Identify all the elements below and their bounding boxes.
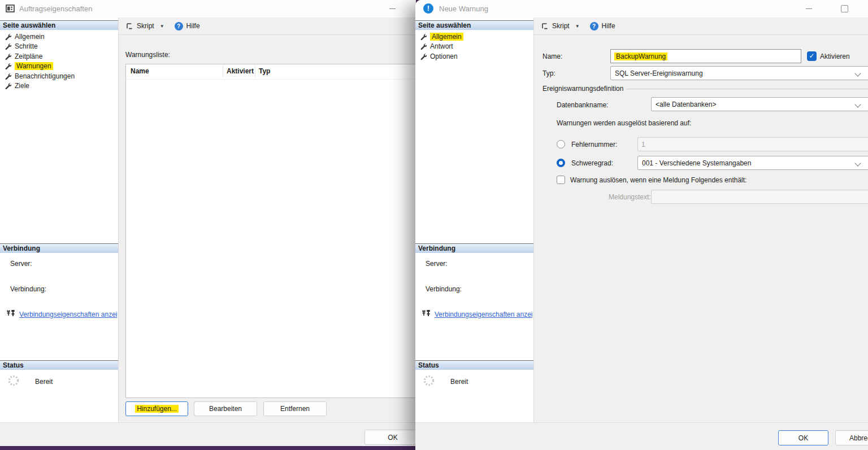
alert-list: Name Aktiviert Typ xyxy=(125,64,421,398)
view-connection-properties-link[interactable]: Verbindungseigenschaften anzeigen xyxy=(435,311,533,318)
status-header: Status xyxy=(415,360,533,370)
minimize-button[interactable] xyxy=(803,3,815,14)
error-number-value: 1 xyxy=(641,141,645,148)
screen: Auftragseigenschaften Seite auswählen Al… xyxy=(0,0,868,450)
progress-spinner-icon xyxy=(7,374,20,387)
wrench-icon xyxy=(5,73,11,80)
sidebar-item-antwort[interactable]: Antwort xyxy=(415,42,533,52)
maximize-button[interactable] xyxy=(838,3,850,14)
wrench-icon xyxy=(420,33,427,40)
ok-button[interactable]: OK xyxy=(778,430,828,445)
severity-radio[interactable] xyxy=(557,159,565,167)
database-select[interactable]: <alle Datenbanken> xyxy=(651,97,868,111)
select-page-header: Seite auswählen xyxy=(0,20,118,30)
script-icon xyxy=(125,22,133,30)
column-header-name[interactable]: Name xyxy=(131,67,149,75)
severity-value: 001 - Verschiedene Systemangaben xyxy=(642,159,751,167)
sidebar-item-label-highlighted: Allgemein xyxy=(430,33,463,41)
sidebar-item-ziele[interactable]: Ziele xyxy=(0,81,118,91)
help-button[interactable]: Hilfe xyxy=(186,22,200,30)
sidebar-item-label: Optionen xyxy=(430,53,458,60)
wrench-icon xyxy=(5,63,11,69)
sidebar-item-zeitplaene[interactable]: Zeitpläne xyxy=(0,51,118,62)
sidebar-item-benachrichtigungen[interactable]: Benachrichtigungen xyxy=(0,71,118,81)
name-value-highlighted: BackupWarnung xyxy=(614,53,667,60)
connection-label: Verbindung: xyxy=(426,285,462,293)
add-button-label: Hinzufügen... xyxy=(135,405,179,413)
sidebar-divider xyxy=(533,18,534,422)
minimize-icon xyxy=(389,8,396,9)
wrench-icon xyxy=(420,43,427,50)
type-value: SQL Server-Ereigniswarnung xyxy=(615,69,703,77)
window1-titlebar: Auftragseigenschaften xyxy=(0,0,416,18)
sidebar-divider xyxy=(118,18,119,422)
window1-title: Auftragseigenschaften xyxy=(19,5,92,13)
add-button[interactable]: Hinzufügen... xyxy=(125,401,188,416)
edit-button[interactable]: Bearbeiten xyxy=(194,401,257,416)
help-button[interactable]: Hilfe xyxy=(602,22,615,30)
job-properties-window-icon xyxy=(6,5,15,12)
job-properties-window: Auftragseigenschaften Seite auswählen Al… xyxy=(0,0,416,446)
raise-on-message-checkbox[interactable] xyxy=(557,176,565,184)
wrench-icon xyxy=(420,53,427,60)
chevron-down-icon xyxy=(854,160,861,166)
server-label: Server: xyxy=(10,260,32,268)
sidebar-item-label: Antwort xyxy=(430,42,453,50)
sidebar-item-label: Ziele xyxy=(15,82,29,90)
window1-footer: OK xyxy=(0,422,416,446)
sidebar-item-label: Benachrichtigungen xyxy=(15,72,75,80)
alert-icon: ! xyxy=(423,3,433,14)
header-bottom-line xyxy=(126,79,420,80)
maximize-icon xyxy=(841,5,848,12)
window1-page-list: Allgemein Schritte Zeitpläne Warnungen B… xyxy=(0,32,118,91)
database-value: <alle Datenbanken> xyxy=(656,101,716,108)
raise-on-message-label: Warnung auslösen, wenn eine Meldung Folg… xyxy=(570,176,747,184)
view-connection-properties-link[interactable]: Verbindungseigenschaften anzeigen xyxy=(19,311,118,318)
connection-properties-icon xyxy=(422,309,431,317)
message-text-label: Meldungstext: xyxy=(609,193,651,201)
window2-title: Neue Warnung xyxy=(439,5,488,13)
enable-checkbox[interactable]: ✓ xyxy=(807,51,817,61)
help-icon: ? xyxy=(590,22,598,30)
connection-label: Verbindung: xyxy=(10,285,46,293)
chevron-down-icon xyxy=(854,70,861,76)
enable-label: Aktivieren xyxy=(820,53,850,60)
message-text-input xyxy=(651,190,868,204)
alert-list-label: Warnungsliste: xyxy=(125,51,170,59)
cancel-button[interactable]: Abbrechen xyxy=(835,430,868,445)
error-number-input: 1 xyxy=(637,137,868,151)
wrench-icon xyxy=(5,43,11,50)
select-page-header: Seite auswählen xyxy=(415,20,533,30)
trigger-based-on-label: Warnungen werden ausgelöst basierend auf… xyxy=(557,119,691,127)
type-select[interactable]: SQL Server-Ereigniswarnung xyxy=(610,66,868,80)
column-separator xyxy=(223,65,223,78)
type-label: Typ: xyxy=(542,69,555,77)
sidebar-item-warnungen[interactable]: Warnungen xyxy=(0,62,118,72)
minimize-button[interactable] xyxy=(387,3,399,14)
sidebar-item-allgemein[interactable]: Allgemein xyxy=(0,32,118,42)
error-number-radio[interactable] xyxy=(557,140,565,148)
wrench-icon xyxy=(5,33,11,40)
sidebar-item-allgemein[interactable]: Allgemein xyxy=(415,32,533,42)
remove-button[interactable]: Entfernen xyxy=(263,401,327,416)
script-dropdown-caret-icon[interactable]: ▼ xyxy=(575,24,580,29)
script-dropdown-caret-icon[interactable]: ▼ xyxy=(160,24,164,29)
sidebar-item-schritte[interactable]: Schritte xyxy=(0,42,118,52)
script-button[interactable]: Skript xyxy=(552,22,570,30)
progress-spinner-icon xyxy=(423,374,435,387)
severity-label: Schweregrad: xyxy=(571,159,613,167)
sidebar-item-label: Schritte xyxy=(15,42,38,50)
script-button[interactable]: Skript xyxy=(137,22,154,30)
severity-select[interactable]: 001 - Verschiedene Systemangaben xyxy=(637,156,868,170)
connection-header: Verbindung xyxy=(0,243,118,253)
ok-button[interactable]: OK xyxy=(364,430,421,445)
server-label: Server: xyxy=(426,260,448,268)
chevron-down-icon xyxy=(854,101,861,107)
window1-toolbar: Skript ▼ ? Hilfe xyxy=(119,18,416,35)
name-input[interactable]: BackupWarnung xyxy=(610,49,801,63)
window2-titlebar: ! Neue Warnung xyxy=(415,0,868,18)
sidebar-item-optionen[interactable]: Optionen xyxy=(415,51,533,62)
sidebar-item-label-highlighted: Warnungen xyxy=(15,62,53,70)
column-header-typ[interactable]: Typ xyxy=(259,67,270,75)
column-header-aktiviert[interactable]: Aktiviert xyxy=(227,67,254,75)
